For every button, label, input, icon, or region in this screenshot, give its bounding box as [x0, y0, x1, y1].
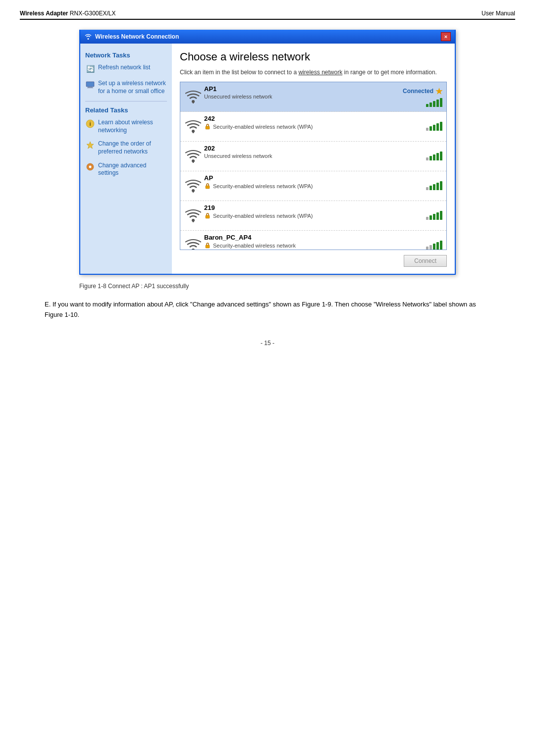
signal-bars-baron	[426, 241, 442, 250]
svg-rect-23	[206, 245, 210, 248]
network-info-202: 202 Unsecured wireless network	[202, 145, 403, 168]
figure-caption: Figure 1-8 Connect AP : AP1 successfully	[79, 283, 456, 290]
network-right-202	[403, 145, 442, 168]
page-number: - 15 -	[20, 340, 515, 347]
main-content: Choose a wireless network Click an item …	[172, 44, 455, 274]
order-label: Change the order of preferred networks	[98, 140, 167, 155]
bar2	[429, 186, 432, 190]
bar4	[436, 212, 439, 220]
network-info-219: 219 Security-enabled wireless network (W…	[202, 204, 403, 227]
bar2	[429, 102, 432, 107]
network-name-219: 219	[204, 204, 403, 211]
bar1	[426, 157, 428, 160]
network-name-ap: AP	[204, 174, 403, 182]
network-tasks-title: Network Tasks	[85, 51, 167, 59]
network-item-219[interactable]: 219 Security-enabled wireless network (W…	[180, 201, 446, 231]
bar4	[436, 123, 439, 131]
wifi-icon-ap1	[184, 85, 202, 108]
bar2	[429, 156, 432, 160]
bar1	[426, 217, 428, 220]
network-status-ap: Security-enabled wireless network (WPA)	[204, 183, 403, 190]
titlebar-left: Wireless Network Connection	[84, 33, 179, 41]
network-status-ap1: Unsecured wireless network	[204, 94, 403, 100]
wifi-icon-ap	[184, 174, 202, 198]
dialog-titlebar: Wireless Network Connection ×	[80, 30, 455, 44]
bar4	[436, 242, 439, 250]
sidebar-item-learn[interactable]: i Learn about wireless networking	[85, 119, 167, 134]
sidebar-divider	[85, 101, 167, 101]
network-right-baron	[403, 234, 442, 250]
network-right-ap1: Connected ★	[403, 85, 442, 108]
main-title: Choose a wireless network	[180, 50, 447, 63]
lock-icon-219	[204, 212, 211, 219]
star-icon-ap1: ★	[435, 87, 442, 96]
signal-bars-ap1	[426, 98, 442, 107]
network-name-202: 202	[204, 145, 403, 152]
dialog-footer-area: Connect	[180, 255, 447, 267]
connect-button[interactable]: Connect	[404, 255, 447, 267]
wifi-titlebar-icon	[84, 33, 92, 41]
setup-label: Set up a wireless network for a home or …	[98, 80, 167, 95]
refresh-label: Refresh network list	[98, 64, 150, 72]
svg-marker-5	[87, 142, 94, 149]
svg-rect-20	[206, 215, 210, 218]
svg-text:i: i	[89, 121, 91, 127]
bar1	[426, 104, 428, 107]
bar2	[429, 245, 432, 250]
network-info-ap: AP Security-enabled wireless network (WP…	[202, 174, 403, 198]
lock-icon-242	[204, 123, 211, 130]
dialog-title: Wireless Network Connection	[95, 33, 179, 40]
signal-bars-ap	[426, 181, 442, 190]
network-list[interactable]: AP1 Unsecured wireless network Connected…	[180, 82, 447, 250]
network-item-ap[interactable]: AP Security-enabled wireless network (WP…	[180, 171, 446, 201]
bar4	[436, 100, 439, 107]
bar2	[429, 215, 432, 220]
network-item-242[interactable]: 242 Security-enabled wireless network (W…	[180, 112, 446, 142]
dialog-close-button[interactable]: ×	[441, 32, 451, 41]
sidebar-item-setup[interactable]: Set up a wireless network for a home or …	[85, 80, 167, 95]
refresh-icon: 🔄	[85, 64, 95, 74]
signal-bars-242	[426, 122, 442, 131]
bar4	[436, 183, 439, 190]
sidebar-item-refresh[interactable]: 🔄 Refresh network list	[85, 64, 167, 74]
related-tasks-title: Related Tasks	[85, 106, 167, 114]
bar3	[433, 244, 435, 250]
network-name-ap1: AP1	[204, 85, 403, 93]
network-info-ap1: AP1 Unsecured wireless network	[202, 85, 403, 108]
network-info-baron: Baron_PC_AP4 Security-enabled wireless n…	[202, 234, 403, 250]
sidebar-item-advanced[interactable]: Change advanced settings	[85, 162, 167, 177]
connected-label: Connected	[403, 88, 433, 95]
network-item-ap1[interactable]: AP1 Unsecured wireless network Connected…	[180, 82, 446, 112]
bar3	[433, 154, 435, 160]
network-right-242	[403, 115, 442, 138]
bar5	[440, 98, 442, 107]
bar5	[440, 181, 442, 190]
svg-rect-12	[206, 126, 210, 129]
wifi-icon-219	[184, 204, 202, 227]
bar5	[440, 211, 442, 220]
svg-rect-0	[86, 82, 94, 87]
svg-point-21	[192, 249, 195, 250]
info-icon: i	[85, 119, 95, 129]
bar2	[429, 126, 432, 131]
bar3	[433, 101, 435, 107]
bar1	[426, 187, 428, 190]
dialog-body: Network Tasks 🔄 Refresh network list Set…	[80, 44, 455, 274]
wifi-icon-baron	[184, 234, 202, 250]
learn-label: Learn about wireless networking	[98, 119, 167, 134]
sidebar-item-order[interactable]: Change the order of preferred networks	[85, 140, 167, 155]
network-status-202: Unsecured wireless network	[204, 153, 403, 159]
network-item-202[interactable]: 202 Unsecured wireless network	[180, 142, 446, 171]
connected-badge-ap1: Connected ★	[403, 87, 442, 96]
bar1	[426, 247, 428, 250]
svg-rect-17	[206, 186, 210, 189]
bar4	[436, 153, 439, 160]
setup-icon	[85, 80, 95, 90]
bar5	[440, 241, 442, 250]
network-item-baron[interactable]: Baron_PC_AP4 Security-enabled wireless n…	[180, 231, 446, 250]
product-name: Wireless Adapter RNX-G300EX/LX	[20, 10, 116, 17]
body-text: E. If you want to modify information abo…	[45, 300, 490, 320]
svg-point-7	[89, 165, 92, 168]
wifi-icon-202	[184, 145, 202, 168]
bar3	[433, 214, 435, 220]
